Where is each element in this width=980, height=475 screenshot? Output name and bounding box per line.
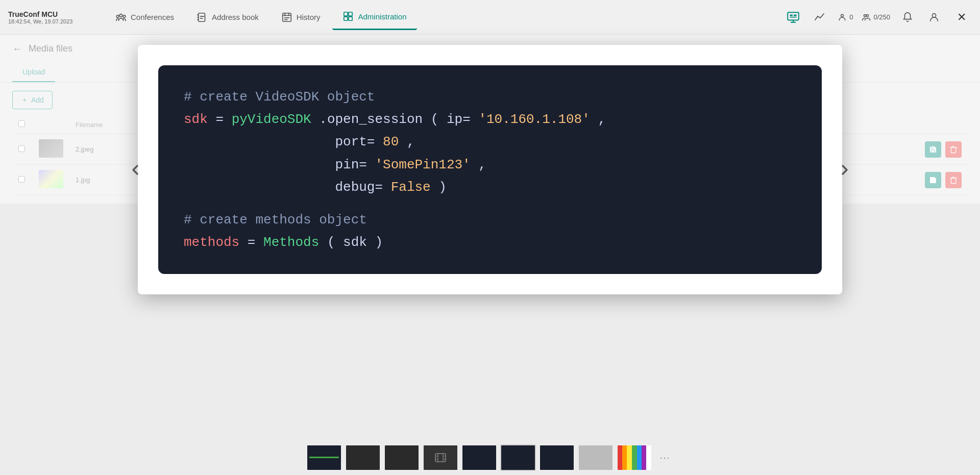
- left-arrow-icon: [127, 162, 143, 178]
- nav-label-history: History: [297, 13, 321, 21]
- monitor-icon: [787, 11, 800, 24]
- code-paren-close: ): [438, 180, 447, 195]
- code-comment-1: # create VideoSDK object: [184, 89, 375, 105]
- thumb-9[interactable]: [617, 444, 652, 471]
- code-value-debug: False: [391, 180, 431, 195]
- svg-rect-11: [794, 14, 796, 16]
- code-method: .open_session: [319, 112, 423, 127]
- svg-rect-6: [349, 12, 352, 16]
- code-var-sdk: sdk: [184, 112, 208, 127]
- svg-rect-10: [790, 14, 793, 16]
- addressbook-icon: [197, 12, 208, 23]
- svg-rect-8: [349, 17, 352, 20]
- svg-point-0: [119, 14, 122, 16]
- thumb-4[interactable]: [423, 444, 458, 471]
- code-comma-3: ,: [478, 157, 486, 172]
- thumb-5[interactable]: [461, 444, 497, 471]
- nav-label-administration: Administration: [358, 12, 406, 21]
- thumbnail-strip: ⋯: [306, 444, 674, 471]
- code-comma-1: ,: [598, 112, 606, 127]
- topbar: TrueConf MCU 18:42:54, We, 19.07.2023 Co…: [0, 0, 980, 35]
- code-param-debug: debug=: [335, 180, 383, 195]
- nav-items: Conferences Address book History: [105, 5, 784, 30]
- code-line-1: # create VideoSDK object: [184, 86, 796, 108]
- code-line-7: methods = Methods ( sdk ): [184, 231, 796, 254]
- history-icon: [281, 12, 292, 23]
- conferences-counter: 0: [837, 12, 853, 22]
- code-comment-2: # create methods object: [184, 212, 367, 228]
- conferences-icon: [115, 12, 127, 23]
- code-paren-open: (: [431, 112, 439, 127]
- thumb-3[interactable]: [384, 444, 420, 471]
- code-comma-2: ,: [407, 134, 415, 149]
- code-paren-close-2: ): [375, 235, 383, 250]
- svg-rect-9: [788, 12, 799, 20]
- nav-label-addressbook: Address book: [212, 13, 259, 21]
- chart-icon-btn[interactable]: [811, 8, 829, 27]
- svg-rect-4: [283, 13, 291, 21]
- thumb-2[interactable]: [345, 444, 381, 471]
- code-eq-2: =: [248, 235, 263, 250]
- code-param-ip: ip=: [447, 112, 471, 127]
- code-block: # create VideoSDK object sdk = pyVideoSD…: [158, 65, 822, 274]
- chart-icon: [814, 11, 826, 23]
- user-icon-btn[interactable]: [925, 8, 943, 27]
- nav-label-conferences: Conferences: [131, 13, 174, 21]
- administration-icon: [342, 11, 354, 22]
- code-value-port: 80: [383, 134, 399, 149]
- code-param-port: port=: [335, 134, 375, 149]
- conferences-count-icon: [837, 12, 847, 22]
- more-button[interactable]: ⋯: [655, 449, 674, 466]
- svg-point-15: [867, 14, 869, 16]
- code-var-methods: methods: [184, 235, 239, 250]
- code-eq-1: =: [215, 112, 231, 127]
- nav-item-conferences[interactable]: Conferences: [105, 5, 184, 30]
- code-paren-open-2: (: [327, 235, 335, 250]
- nav-item-administration[interactable]: Administration: [332, 5, 416, 30]
- svg-point-13: [841, 14, 844, 17]
- svg-point-14: [864, 14, 866, 16]
- modal-nav-left[interactable]: [122, 157, 148, 183]
- film-icon: [424, 445, 457, 470]
- conferences-count: 0: [849, 13, 853, 21]
- app-datetime: 18:42:54, We, 19.07.2023: [8, 18, 90, 24]
- svg-rect-7: [344, 17, 348, 20]
- users-count: 0/250: [873, 13, 890, 21]
- code-param-pin: pin=: [335, 157, 366, 172]
- code-class-methods: Methods: [263, 235, 319, 250]
- thumb-6-active[interactable]: [500, 444, 536, 471]
- svg-point-2: [123, 15, 126, 17]
- user-icon: [928, 12, 940, 23]
- nav-item-addressbook[interactable]: Address book: [186, 5, 269, 30]
- modal: # create VideoSDK object sdk = pyVideoSD…: [138, 45, 842, 294]
- users-counter: 0/250: [861, 12, 890, 22]
- close-button[interactable]: ✕: [951, 7, 972, 28]
- svg-rect-3: [199, 13, 205, 21]
- code-line-4: pin= 'SomePin123' ,: [184, 154, 796, 176]
- monitor-icon-btn[interactable]: [784, 8, 802, 27]
- nav-item-history[interactable]: History: [271, 5, 331, 30]
- svg-point-1: [116, 15, 119, 17]
- modal-overlay: # create VideoSDK object sdk = pyVideoSD…: [0, 35, 980, 475]
- code-value-pin: 'SomePin123': [375, 157, 470, 172]
- right-arrow-icon: [837, 162, 853, 178]
- thumb-8[interactable]: [578, 444, 614, 471]
- code-line-3: port= 80 ,: [184, 131, 796, 153]
- main-area: ← Media files Upload ＋ Add Filename Date…: [0, 35, 980, 475]
- thumb-7[interactable]: [539, 444, 575, 471]
- users-count-icon: [861, 12, 871, 22]
- app-logo: TrueConf MCU 18:42:54, We, 19.07.2023: [8, 10, 90, 24]
- code-func-pyVideoSDK: pyVideoSDK: [232, 112, 311, 127]
- bell-icon-btn[interactable]: [898, 8, 917, 27]
- thumb-1[interactable]: [306, 444, 342, 471]
- svg-rect-5: [344, 12, 348, 16]
- svg-rect-12: [790, 16, 797, 17]
- svg-rect-17: [435, 454, 446, 462]
- topbar-right: 0 0/250 ✕: [784, 7, 972, 28]
- code-line-2: sdk = pyVideoSDK .open_session ( ip= '10…: [184, 108, 796, 131]
- code-line-5: debug= False ): [184, 176, 796, 198]
- code-line-6: # create methods object: [184, 209, 796, 231]
- svg-point-16: [932, 13, 936, 17]
- bell-icon: [902, 12, 913, 23]
- modal-nav-right[interactable]: [832, 157, 857, 183]
